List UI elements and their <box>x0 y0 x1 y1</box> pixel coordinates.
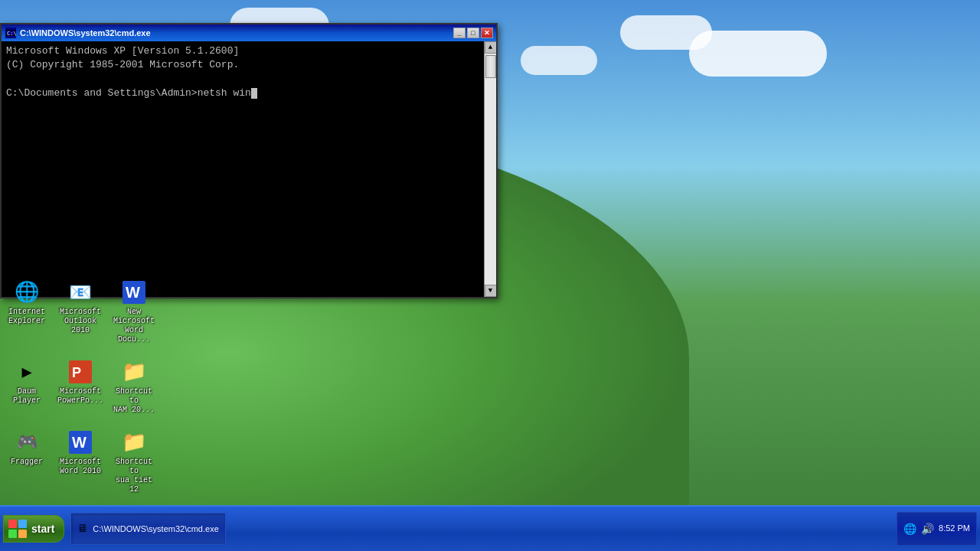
start-label: start <box>31 523 54 535</box>
cmd-controls: _ □ ✕ <box>453 28 493 38</box>
fragger-label: Fragger <box>11 458 43 467</box>
logo-q2 <box>18 520 27 528</box>
clock: 8:52 PM <box>939 523 970 534</box>
cursor <box>251 88 257 99</box>
cmd-title-icon: C:\ <box>5 27 17 39</box>
taskbar-cmd-icon: 🖥 <box>77 523 90 535</box>
minimize-button[interactable]: _ <box>453 28 466 38</box>
cloud2 <box>620 15 712 50</box>
taskbar-items: 🖥 C:\WINDOWS\system32\cmd.exe <box>70 510 897 548</box>
cmd-window: C:\ C:\WINDOWS\system32\cmd.exe _ □ ✕ Mi… <box>0 23 498 298</box>
desktop-icon-fragger[interactable]: 🎮 Fragger <box>0 425 54 497</box>
cmd-titlebar: C:\ C:\WINDOWS\system32\cmd.exe _ □ ✕ <box>2 24 496 41</box>
svg-text:W: W <box>72 434 87 451</box>
outlook-label: MicrosoftOutlook 2010 <box>57 308 104 335</box>
logo-q1 <box>8 520 17 528</box>
clock-time: 8:52 PM <box>939 523 970 534</box>
desktop-icon-shortcut-nam[interactable]: 📁 Shortcut toNAM 20... <box>107 355 161 418</box>
svg-text:P: P <box>72 365 81 380</box>
start-button[interactable]: start <box>3 515 64 543</box>
taskbar-item-cmd[interactable]: 🖥 C:\WINDOWS\system32\cmd.exe <box>70 513 225 545</box>
daum-icon: ▶ <box>13 358 41 386</box>
taskbar: start 🖥 C:\WINDOWS\system32\cmd.exe 🌐 🔊 … <box>0 505 980 551</box>
tray-network-icon: 🌐 <box>903 523 916 536</box>
desktop: C:\ C:\WINDOWS\system32\cmd.exe _ □ ✕ Mi… <box>0 0 980 551</box>
scroll-up-arrow[interactable]: ▲ <box>485 41 497 54</box>
word-icon: W <box>67 429 94 456</box>
ie-icon: 🌐 <box>13 279 41 306</box>
svg-text:W: W <box>126 284 140 301</box>
shortcut-sua-icon: 📁 <box>120 429 148 456</box>
windows-logo <box>8 520 27 538</box>
desktop-icon-word-2010[interactable]: W MicrosoftWord 2010 <box>54 425 107 497</box>
shortcut-nam-label: Shortcut toNAM 20... <box>110 387 158 415</box>
outlook-icon: 📧 <box>67 279 94 306</box>
new-word-icon: W <box>120 279 148 306</box>
cmd-line3 <box>6 72 479 86</box>
cmd-line1: Microsoft Windows XP [Version 5.1.2600] <box>6 44 479 58</box>
desktop-icon-outlook[interactable]: 📧 MicrosoftOutlook 2010 <box>54 276 107 347</box>
system-tray: 🌐 🔊 8:52 PM <box>897 512 977 546</box>
cloud3 <box>521 46 597 75</box>
ppt-icon: P <box>67 358 94 386</box>
new-word-label: New MicrosoftWord Docu... <box>110 308 158 344</box>
desktop-icon-daum-player[interactable]: ▶ DaumPlayer <box>0 355 54 418</box>
logo-q3 <box>8 530 17 538</box>
cmd-content[interactable]: Microsoft Windows XP [Version 5.1.2600] … <box>2 41 484 297</box>
ppt-label: MicrosoftPowerPo... <box>57 387 103 406</box>
cmd-body: Microsoft Windows XP [Version 5.1.2600] … <box>2 41 496 297</box>
ie-label: InternetExplorer <box>8 308 45 326</box>
cmd-line2: (C) Copyright 1985-2001 Microsoft Corp. <box>6 58 479 72</box>
scroll-down-arrow[interactable]: ▼ <box>485 285 497 297</box>
desktop-icon-internet-explorer[interactable]: 🌐 InternetExplorer <box>0 276 54 347</box>
cmd-prompt: C:\Documents and Settings\Admin>netsh wi… <box>6 86 479 100</box>
maximize-button[interactable]: □ <box>467 28 479 38</box>
desktop-icon-new-word[interactable]: W New MicrosoftWord Docu... <box>107 276 161 347</box>
scroll-thumb[interactable] <box>485 55 496 78</box>
scroll-track[interactable] <box>485 54 496 285</box>
desktop-icon-shortcut-sua[interactable]: 📁 Shortcut tosua tiet 12 <box>107 425 161 497</box>
tray-volume-icon: 🔊 <box>921 523 934 536</box>
cmd-title-text: C:\WINDOWS\system32\cmd.exe <box>20 28 453 37</box>
logo-q4 <box>18 530 27 538</box>
word-2010-label: MicrosoftWord 2010 <box>60 458 101 476</box>
cmd-scrollbar[interactable]: ▲ ▼ <box>484 41 496 297</box>
desktop-icon-powerpoint[interactable]: P MicrosoftPowerPo... <box>54 355 107 418</box>
shortcut-nam-icon: 📁 <box>120 358 148 386</box>
close-button[interactable]: ✕ <box>481 28 493 38</box>
daum-label: DaumPlayer <box>13 387 41 406</box>
taskbar-cmd-label: C:\WINDOWS\system32\cmd.exe <box>93 524 218 533</box>
shortcut-sua-label: Shortcut tosua tiet 12 <box>110 458 158 494</box>
fragger-icon: 🎮 <box>13 429 41 456</box>
svg-text:C:\: C:\ <box>7 31 16 37</box>
